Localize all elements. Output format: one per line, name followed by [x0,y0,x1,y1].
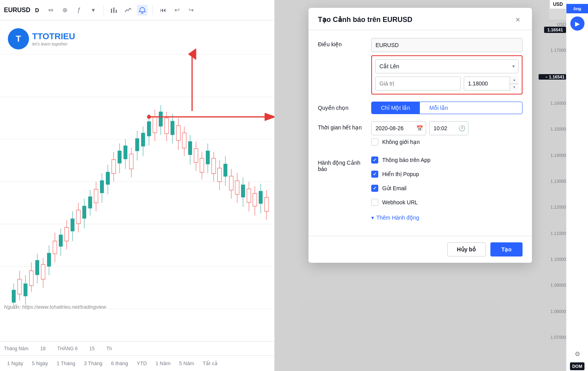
action-row: Hành động Cảnh báo Thông báo trên App Hi… [318,156,523,221]
expand-chevron-icon: ▾ [371,215,374,221]
condition-label: Điều kiện [318,38,365,47]
action-app-label: Thông báo trên App [382,157,430,163]
value-row: ▲ ▼ [375,76,519,91]
svg-rect-47 [118,151,122,163]
line-chart-icon[interactable] [123,5,134,16]
period-1month[interactable]: 1 Tháng [53,359,79,368]
svg-rect-45 [112,160,116,174]
price-10: 1.10000 [539,257,566,262]
time-label-1: Tháng Năm [4,346,29,351]
price-6: 1.14000 [539,153,566,158]
svg-rect-2 [116,10,117,13]
action-app-checkbox[interactable] [371,156,378,164]
bar-chart-icon[interactable] [109,5,120,16]
svg-rect-57 [147,122,151,136]
svg-rect-51 [129,154,133,169]
timeframe-label: D [35,7,39,13]
svg-rect-13 [18,279,22,294]
svg-rect-29 [65,227,69,241]
svg-rect-15 [24,284,27,296]
svg-rect-11 [12,290,16,302]
price-7: 1.13000 [539,179,566,184]
right-strip: ông ▶ ⚙ DOM [566,0,588,371]
no-limit-checkbox[interactable] [371,138,378,145]
date-input[interactable] [371,121,426,135]
svg-rect-71 [188,141,192,155]
gear-strip-button[interactable]: ⚙ [570,347,584,361]
dialog-close-button[interactable]: × [513,15,523,24]
svg-rect-21 [41,264,45,279]
period-3month[interactable]: 3 Tháng [80,359,106,368]
cancel-button[interactable]: Hủy bỏ [447,242,486,256]
price-scale-icon[interactable]: ⇔ [45,5,56,16]
time-label-4: 15 [89,346,94,351]
action-webhook-label: Webhook URL [382,199,418,206]
svg-rect-53 [135,138,139,151]
logo-brand: TTOTRIEU [32,31,75,42]
svg-rect-79 [212,158,216,174]
price-4: 1.16000 [539,101,566,105]
undo-icon[interactable]: ↩ [172,5,183,16]
skip-back-icon[interactable]: ⏮ [158,5,169,16]
candlestick-chart [0,20,274,341]
dom-badge: DOM [570,362,585,369]
condition-value-input[interactable] [371,38,523,52]
svg-rect-85 [229,176,233,190]
play-strip-button[interactable]: ▶ [570,16,584,31]
action-popup-label: Hiển thị Popup [382,171,419,177]
date-field-wrap: 📅 [371,121,426,135]
add-indicator-icon[interactable]: ⊕ [60,5,71,16]
svg-rect-19 [35,260,39,275]
period-bar: 1 Ngày 5 Ngày 1 Tháng 3 Tháng 6 tháng YT… [0,355,274,371]
svg-rect-65 [171,121,174,135]
action-webhook-checkbox[interactable] [371,199,378,206]
number-spinners: ▲ ▼ [510,76,519,91]
option-once-button[interactable]: Chỉ Một lần [372,102,420,114]
action-popup-checkbox[interactable] [371,171,378,178]
period-5year[interactable]: 5 Năm [175,359,198,368]
logo-icon: T [8,28,29,49]
svg-rect-59 [153,117,157,133]
chart-area: EURUSD D ⇔ ⊕ ƒ ▾ ⏮ ↩ ↪ T TTOTRIEU let' [0,0,274,371]
svg-rect-55 [141,133,145,147]
price-3: – 1.16541 [539,74,566,80]
expand-action-row[interactable]: ▾ Thêm Hành động [371,215,523,221]
spinner-up-button[interactable]: ▲ [510,76,519,84]
period-all[interactable]: Tất cả [199,359,221,368]
svg-rect-35 [82,206,86,218]
condition-type-select[interactable]: Cắt Lên Cắt Xuống Vượt Qua Đến Gần Lớn H… [375,59,519,73]
spinner-down-button[interactable]: ▼ [510,84,519,91]
period-1day[interactable]: 1 Ngày [3,359,27,368]
value-label-input[interactable] [375,76,461,91]
period-ytd[interactable]: YTD [133,359,151,368]
price-8: 1.12000 [539,205,566,209]
dialog-title: Tạo Cảnh báo trên EURUSD [318,15,412,24]
option-controls: Chỉ Một lần Mỗi lần [371,102,523,114]
price-12: 1.08000 [539,309,566,314]
time-input[interactable] [429,121,468,135]
chevron-icon[interactable]: ▾ [88,5,99,16]
price-axis: USD 1.17000 – 1.16541 1.16000 1.15000 1.… [539,20,566,341]
alert-icon[interactable] [137,5,148,16]
dialog-header: Tạo Cảnh báo trên EURUSD × [309,8,532,30]
svg-rect-81 [218,168,221,182]
period-6month[interactable]: 6 tháng [107,359,132,368]
fx-icon[interactable]: ƒ [74,5,85,16]
action-email-checkbox[interactable] [371,185,378,192]
redo-icon[interactable]: ↪ [186,5,197,16]
svg-rect-27 [59,235,63,246]
svg-rect-33 [76,210,80,224]
action-controls: Thông báo trên App Hiển thị Popup Gửi Em… [371,156,523,221]
dialog-footer: Hủy bỏ Tạo [309,236,532,263]
svg-rect-95 [259,191,263,204]
option-each-button[interactable]: Mỗi lần [420,102,457,114]
price-2: 1.17000 [539,48,566,53]
svg-rect-87 [235,181,239,195]
period-1year[interactable]: 1 Năm [152,359,174,368]
period-5day[interactable]: 5 Ngày [28,359,52,368]
chart-canvas: T TTOTRIEU let's learn together [0,20,274,341]
action-webhook-row: Webhook URL [371,199,523,206]
create-button[interactable]: Tạo [490,242,523,256]
svg-rect-61 [159,112,163,127]
toolbar: EURUSD D ⇔ ⊕ ƒ ▾ ⏮ ↩ ↪ [0,0,274,20]
